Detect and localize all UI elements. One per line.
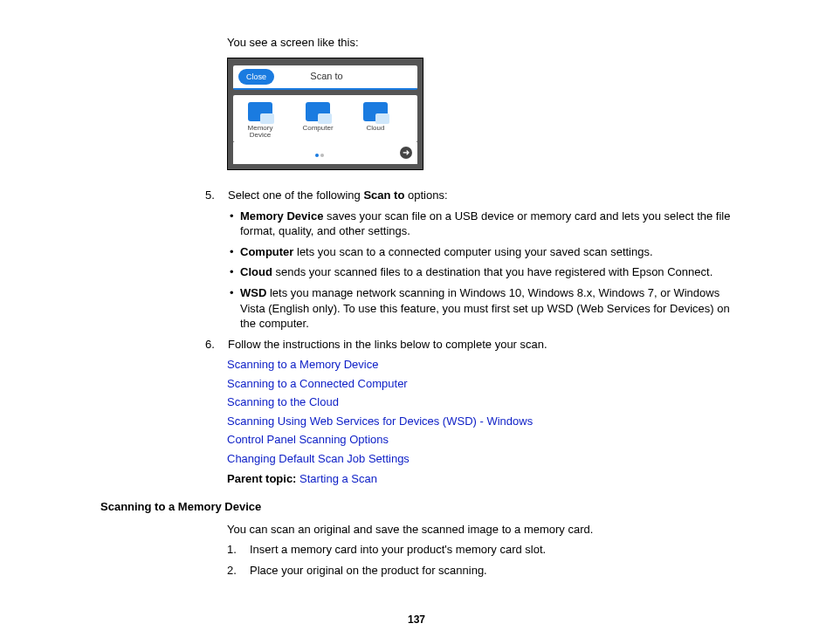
step-text: Insert a memory card into your product's… — [250, 543, 546, 556]
ss-item-computer[interactable]: Computer — [298, 102, 338, 139]
step-6: 6. Follow the instructions in the links … — [205, 337, 737, 353]
step-number: 2. — [227, 563, 237, 579]
ui-screenshot: Close Scan to Memory Device Computer Clo… — [227, 58, 423, 171]
section2-body: You can scan an original and save the sc… — [227, 522, 737, 579]
page-number: 137 — [0, 613, 833, 627]
link-scan-cloud[interactable]: Scanning to the Cloud — [227, 394, 737, 410]
ss-item-memory-device[interactable]: Memory Device — [240, 102, 280, 139]
step-number: 6. — [205, 337, 215, 353]
bold-scan-to: Scan to — [363, 188, 404, 202]
ss-footer: ➜ — [233, 142, 417, 165]
next-arrow-icon[interactable]: ➜ — [400, 147, 412, 159]
intro-text: You see a screen like this: — [227, 35, 737, 51]
parent-topic-label: Parent topic: — [227, 472, 299, 485]
link-parent-topic[interactable]: Starting a Scan — [299, 472, 377, 485]
parent-topic-line: Parent topic: Starting a Scan — [227, 471, 737, 487]
related-links: Scanning to a Memory Device Scanning to … — [227, 357, 737, 466]
section2-intro: You can scan an original and save the sc… — [227, 522, 737, 538]
step-5-bullets: Memory Device saves your scan file on a … — [228, 209, 737, 332]
link-control-panel-options[interactable]: Control Panel Scanning Options — [227, 432, 737, 448]
link-change-default-settings[interactable]: Changing Default Scan Job Settings — [227, 451, 737, 467]
ss-item-label: Memory Device — [240, 125, 280, 139]
step-number: 5. — [205, 188, 215, 203]
ss-icon-row: Memory Device Computer Cloud — [233, 95, 417, 142]
bullet-computer: Computer lets you scan to a connected co… — [228, 244, 737, 260]
link-scan-memory-device[interactable]: Scanning to a Memory Device — [227, 357, 737, 373]
bullet-memory-device: Memory Device saves your scan file on a … — [228, 209, 737, 239]
page: You see a screen like this: Close Scan t… — [0, 0, 833, 644]
step-text: Place your original on the product for s… — [250, 564, 487, 577]
cloud-icon — [363, 102, 388, 121]
step-6-text: Follow the instructions in the links bel… — [228, 338, 547, 351]
section-heading: Scanning to a Memory Device — [100, 499, 737, 515]
pagination-dots — [314, 146, 325, 161]
memory-device-icon — [248, 102, 272, 121]
bullet-cloud: Cloud sends your scanned files to a dest… — [228, 264, 737, 280]
section2-steps: 1. Insert a memory card into your produc… — [227, 542, 737, 578]
ss-item-label: Computer — [302, 125, 333, 132]
step-number: 1. — [227, 542, 237, 558]
step-5: 5. Select one of the following Scan to o… — [205, 188, 737, 331]
step-5-lead: Select one of the following Scan to opti… — [228, 188, 448, 202]
link-scan-wsd[interactable]: Scanning Using Web Services for Devices … — [227, 414, 737, 429]
ss-item-cloud[interactable]: Cloud — [355, 102, 396, 139]
ss-item-label: Cloud — [367, 125, 385, 132]
section2-step-2: 2. Place your original on the product fo… — [227, 563, 737, 579]
section2-step-1: 1. Insert a memory card into your produc… — [227, 542, 737, 558]
link-scan-connected-computer[interactable]: Scanning to a Connected Computer — [227, 376, 737, 392]
computer-icon — [306, 102, 330, 121]
bullet-wsd: WSD lets you manage network scanning in … — [228, 285, 737, 332]
ss-header: Close Scan to — [233, 65, 417, 90]
main-steps: 5. Select one of the following Scan to o… — [205, 188, 737, 352]
ss-title: Scan to — [241, 70, 412, 83]
